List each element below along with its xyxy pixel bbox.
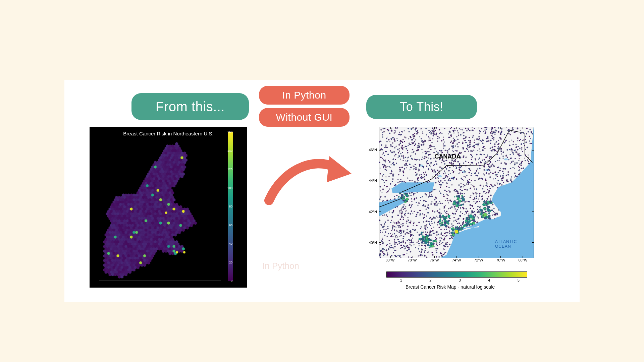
svg-point-877 [433, 153, 434, 153]
svg-point-1136 [516, 162, 518, 164]
svg-point-1723 [429, 218, 430, 219]
svg-point-2046 [481, 209, 483, 211]
svg-point-1303 [493, 132, 494, 133]
svg-point-702 [412, 192, 413, 193]
svg-point-1829 [398, 241, 400, 242]
svg-point-367 [455, 210, 457, 212]
svg-point-1891 [489, 167, 490, 168]
after-chart-colorbar [386, 272, 527, 278]
svg-point-2107 [461, 204, 462, 206]
svg-point-2014 [466, 222, 469, 225]
svg-point-211 [425, 248, 426, 249]
svg-point-1726 [459, 215, 460, 216]
svg-point-1047 [528, 161, 529, 162]
slide-canvas: From this... To This! In Python Without … [64, 46, 580, 316]
svg-point-919 [417, 130, 418, 132]
svg-point-708 [473, 135, 474, 136]
svg-point-340 [453, 151, 454, 152]
svg-point-1660 [439, 242, 440, 243]
svg-point-1952 [402, 170, 404, 172]
svg-point-365 [417, 147, 418, 148]
svg-point-1361 [400, 226, 401, 227]
svg-point-1224 [466, 212, 467, 214]
svg-point-1386 [392, 181, 393, 182]
svg-point-1364 [471, 159, 472, 160]
svg-point-602 [406, 168, 407, 168]
svg-point-646 [416, 127, 417, 128]
svg-point-589 [440, 229, 441, 230]
svg-point-2005 [466, 225, 468, 227]
svg-point-661 [443, 161, 444, 162]
svg-point-1233 [513, 154, 514, 155]
svg-point-1907 [382, 136, 383, 137]
svg-point-1411 [462, 179, 463, 180]
svg-point-300 [383, 229, 384, 230]
svg-point-574 [492, 173, 493, 174]
svg-point-314 [497, 187, 498, 188]
svg-point-1575 [517, 127, 518, 129]
svg-point-946 [479, 133, 480, 134]
svg-point-235 [508, 159, 509, 160]
svg-point-517 [405, 146, 406, 147]
svg-point-772 [399, 243, 400, 244]
svg-point-2068 [489, 210, 491, 212]
svg-point-1241 [494, 134, 495, 135]
svg-point-1802 [481, 196, 482, 197]
svg-point-1344 [528, 146, 528, 147]
svg-point-753 [502, 171, 503, 172]
svg-point-1126 [402, 225, 403, 226]
svg-point-1749 [430, 166, 431, 167]
svg-point-481 [491, 185, 492, 186]
svg-point-1261 [387, 216, 388, 217]
svg-point-1018 [406, 146, 407, 147]
svg-point-125 [479, 130, 480, 131]
svg-point-671 [411, 205, 412, 206]
svg-point-1158 [396, 206, 398, 207]
svg-point-1842 [483, 186, 484, 187]
svg-point-1132 [485, 211, 487, 213]
svg-point-1822 [434, 148, 435, 149]
svg-point-905 [381, 149, 383, 150]
svg-point-1452 [450, 142, 451, 143]
svg-point-1899 [400, 209, 402, 211]
svg-point-1526 [401, 242, 402, 243]
svg-point-2218 [401, 196, 402, 198]
svg-point-77 [409, 164, 411, 165]
svg-point-1348 [382, 176, 383, 177]
svg-point-1848 [394, 130, 395, 131]
svg-point-904 [469, 140, 471, 141]
svg-point-1135 [468, 128, 469, 129]
svg-point-1566 [409, 144, 410, 145]
svg-point-106 [490, 188, 491, 189]
svg-point-475 [416, 169, 417, 170]
svg-point-73 [476, 163, 477, 165]
svg-point-1867 [498, 167, 499, 168]
svg-point-2089 [454, 196, 455, 197]
svg-point-1392 [422, 177, 423, 178]
svg-point-1889 [481, 178, 482, 179]
svg-point-1114 [399, 256, 400, 257]
svg-point-630 [506, 179, 507, 180]
svg-point-526 [402, 207, 403, 208]
svg-point-1839 [430, 234, 432, 236]
svg-point-1093 [429, 233, 430, 234]
svg-point-1669 [411, 245, 412, 246]
svg-point-1857 [402, 148, 404, 150]
svg-point-971 [507, 130, 509, 131]
svg-point-428 [424, 214, 425, 216]
svg-point-1675 [503, 152, 504, 153]
svg-point-1788 [498, 172, 499, 173]
svg-point-2161 [432, 240, 434, 242]
svg-point-270 [490, 156, 492, 158]
svg-point-373 [482, 198, 483, 199]
svg-point-151 [469, 142, 471, 143]
svg-point-1255 [398, 231, 400, 233]
svg-point-908 [500, 132, 502, 133]
svg-point-854 [460, 192, 461, 193]
svg-point-1613 [407, 226, 409, 227]
svg-point-516 [455, 145, 456, 146]
svg-point-608 [471, 213, 472, 214]
svg-point-1219 [430, 154, 431, 155]
svg-point-1814 [520, 130, 521, 130]
svg-point-449 [391, 247, 392, 248]
